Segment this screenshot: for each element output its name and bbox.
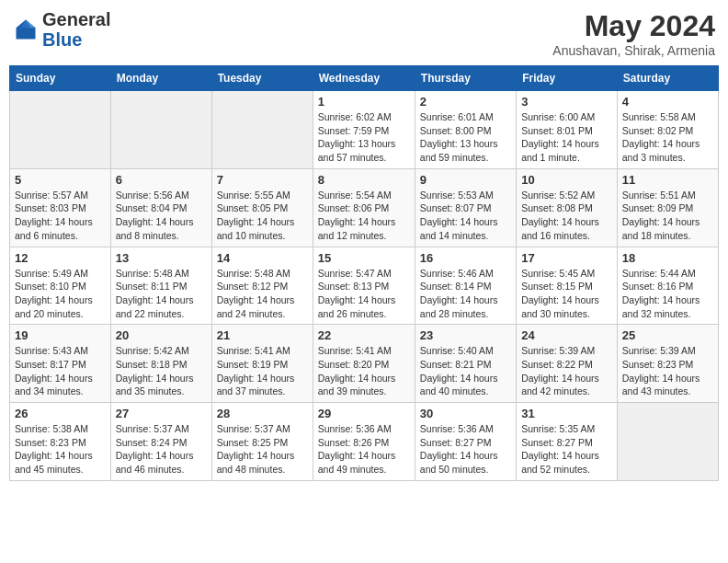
- cell-info: Sunrise: 5:48 AMSunset: 8:11 PMDaylight:…: [116, 267, 207, 321]
- cell-info: Sunrise: 5:51 AMSunset: 8:09 PMDaylight:…: [622, 189, 713, 243]
- calendar-cell: 8Sunrise: 5:54 AMSunset: 8:06 PMDaylight…: [313, 168, 415, 247]
- title-block: May 2024 Anushavan, Shirak, Armenia: [552, 9, 715, 58]
- day-number: 28: [217, 407, 308, 420]
- calendar-cell: [617, 403, 718, 481]
- calendar-cell: 31Sunrise: 5:35 AMSunset: 8:27 PMDayligh…: [517, 403, 618, 481]
- calendar-cell: 18Sunrise: 5:44 AMSunset: 8:16 PMDayligh…: [617, 247, 718, 325]
- calendar-cell: 23Sunrise: 5:40 AMSunset: 8:21 PMDayligh…: [415, 325, 516, 403]
- day-number: 10: [521, 173, 612, 187]
- calendar-cell: 11Sunrise: 5:51 AMSunset: 8:09 PMDayligh…: [617, 168, 718, 247]
- cell-info: Sunrise: 5:37 AMSunset: 8:25 PMDaylight:…: [217, 422, 308, 477]
- day-number: 3: [521, 95, 612, 109]
- day-number: 23: [420, 328, 511, 342]
- logo-blue-text: Blue: [42, 29, 82, 50]
- cell-info: Sunrise: 6:00 AMSunset: 8:01 PMDaylight:…: [521, 110, 612, 165]
- day-number: 15: [318, 251, 410, 265]
- day-number: 16: [420, 251, 511, 265]
- day-number: 26: [15, 407, 106, 420]
- cell-info: Sunrise: 5:35 AMSunset: 8:27 PMDaylight:…: [521, 422, 612, 477]
- cell-info: Sunrise: 5:37 AMSunset: 8:24 PMDaylight:…: [116, 422, 207, 477]
- calendar-cell: 10Sunrise: 5:52 AMSunset: 8:08 PMDayligh…: [517, 168, 618, 247]
- calendar-cell: 29Sunrise: 5:36 AMSunset: 8:26 PMDayligh…: [313, 403, 415, 481]
- weekday-header-tuesday: Tuesday: [211, 66, 313, 91]
- weekday-header-sunday: Sunday: [10, 66, 111, 91]
- day-number: 2: [420, 95, 511, 109]
- cell-info: Sunrise: 5:55 AMSunset: 8:05 PMDaylight:…: [217, 189, 308, 243]
- month-title: May 2024: [552, 9, 715, 43]
- calendar-week-3: 12Sunrise: 5:49 AMSunset: 8:10 PMDayligh…: [10, 247, 719, 325]
- calendar-table: SundayMondayTuesdayWednesdayThursdayFrid…: [9, 65, 719, 481]
- calendar-cell: 25Sunrise: 5:39 AMSunset: 8:23 PMDayligh…: [617, 325, 718, 403]
- day-number: 22: [318, 328, 410, 342]
- calendar-cell: 1Sunrise: 6:02 AMSunset: 7:59 PMDaylight…: [313, 91, 415, 169]
- weekday-header-wednesday: Wednesday: [313, 66, 415, 91]
- calendar-body: 1Sunrise: 6:02 AMSunset: 7:59 PMDaylight…: [10, 91, 719, 481]
- cell-info: Sunrise: 5:42 AMSunset: 8:18 PMDaylight:…: [116, 344, 207, 398]
- calendar-week-5: 26Sunrise: 5:38 AMSunset: 8:23 PMDayligh…: [10, 403, 719, 481]
- day-number: 24: [521, 328, 612, 342]
- calendar-cell: 9Sunrise: 5:53 AMSunset: 8:07 PMDaylight…: [415, 168, 516, 247]
- calendar-cell: 24Sunrise: 5:39 AMSunset: 8:22 PMDayligh…: [517, 325, 618, 403]
- calendar-cell: 7Sunrise: 5:55 AMSunset: 8:05 PMDaylight…: [211, 168, 313, 247]
- calendar-cell: 5Sunrise: 5:57 AMSunset: 8:03 PMDaylight…: [10, 168, 111, 247]
- cell-info: Sunrise: 5:53 AMSunset: 8:07 PMDaylight:…: [420, 189, 511, 243]
- cell-info: Sunrise: 5:54 AMSunset: 8:06 PMDaylight:…: [318, 189, 410, 243]
- calendar-cell: 2Sunrise: 6:01 AMSunset: 8:00 PMDaylight…: [415, 91, 516, 169]
- day-number: 17: [521, 251, 612, 265]
- cell-info: Sunrise: 5:41 AMSunset: 8:20 PMDaylight:…: [318, 344, 410, 398]
- day-number: 11: [622, 173, 713, 187]
- calendar-cell: 3Sunrise: 6:00 AMSunset: 8:01 PMDaylight…: [517, 91, 618, 169]
- location: Anushavan, Shirak, Armenia: [552, 43, 715, 58]
- day-number: 18: [622, 251, 713, 265]
- cell-info: Sunrise: 5:44 AMSunset: 8:16 PMDaylight:…: [622, 267, 713, 321]
- weekday-header-row: SundayMondayTuesdayWednesdayThursdayFrid…: [10, 66, 719, 91]
- calendar-week-4: 19Sunrise: 5:43 AMSunset: 8:17 PMDayligh…: [10, 325, 719, 403]
- cell-info: Sunrise: 5:49 AMSunset: 8:10 PMDaylight:…: [15, 267, 106, 321]
- day-number: 5: [15, 173, 106, 187]
- day-number: 7: [217, 173, 308, 187]
- calendar-cell: [110, 91, 211, 169]
- cell-info: Sunrise: 5:45 AMSunset: 8:15 PMDaylight:…: [521, 267, 612, 321]
- calendar-cell: [211, 91, 313, 169]
- cell-info: Sunrise: 6:02 AMSunset: 7:59 PMDaylight:…: [318, 110, 410, 165]
- cell-info: Sunrise: 5:46 AMSunset: 8:14 PMDaylight:…: [420, 267, 511, 321]
- day-number: 25: [622, 328, 713, 342]
- day-number: 6: [116, 173, 207, 187]
- calendar-cell: [10, 91, 111, 169]
- day-number: 9: [420, 173, 511, 187]
- day-number: 4: [622, 95, 713, 109]
- calendar-cell: 15Sunrise: 5:47 AMSunset: 8:13 PMDayligh…: [313, 247, 415, 325]
- cell-info: Sunrise: 5:38 AMSunset: 8:23 PMDaylight:…: [15, 422, 106, 477]
- cell-info: Sunrise: 6:01 AMSunset: 8:00 PMDaylight:…: [420, 110, 511, 165]
- cell-info: Sunrise: 5:39 AMSunset: 8:22 PMDaylight:…: [521, 344, 612, 398]
- calendar-cell: 13Sunrise: 5:48 AMSunset: 8:11 PMDayligh…: [110, 247, 211, 325]
- day-number: 13: [116, 251, 207, 265]
- calendar-cell: 4Sunrise: 5:58 AMSunset: 8:02 PMDaylight…: [617, 91, 718, 169]
- calendar-cell: 28Sunrise: 5:37 AMSunset: 8:25 PMDayligh…: [211, 403, 313, 481]
- day-number: 29: [318, 407, 410, 420]
- calendar-week-1: 1Sunrise: 6:02 AMSunset: 7:59 PMDaylight…: [10, 91, 719, 169]
- calendar-cell: 12Sunrise: 5:49 AMSunset: 8:10 PMDayligh…: [10, 247, 111, 325]
- day-number: 27: [116, 407, 207, 420]
- cell-info: Sunrise: 5:52 AMSunset: 8:08 PMDaylight:…: [521, 189, 612, 243]
- weekday-header-friday: Friday: [517, 66, 618, 91]
- cell-info: Sunrise: 5:36 AMSunset: 8:26 PMDaylight:…: [318, 422, 410, 477]
- cell-info: Sunrise: 5:47 AMSunset: 8:13 PMDaylight:…: [318, 267, 410, 321]
- cell-info: Sunrise: 5:48 AMSunset: 8:12 PMDaylight:…: [217, 267, 308, 321]
- calendar-cell: 6Sunrise: 5:56 AMSunset: 8:04 PMDaylight…: [110, 168, 211, 247]
- logo-icon: [13, 17, 39, 42]
- weekday-header-thursday: Thursday: [415, 66, 516, 91]
- day-number: 20: [116, 328, 207, 342]
- calendar-cell: 19Sunrise: 5:43 AMSunset: 8:17 PMDayligh…: [10, 325, 111, 403]
- cell-info: Sunrise: 5:36 AMSunset: 8:27 PMDaylight:…: [420, 422, 511, 477]
- day-number: 1: [318, 95, 410, 109]
- day-number: 21: [217, 328, 308, 342]
- day-number: 12: [15, 251, 106, 265]
- calendar-cell: 21Sunrise: 5:41 AMSunset: 8:19 PMDayligh…: [211, 325, 313, 403]
- day-number: 8: [318, 173, 410, 187]
- calendar-cell: 16Sunrise: 5:46 AMSunset: 8:14 PMDayligh…: [415, 247, 516, 325]
- weekday-header-saturday: Saturday: [617, 66, 718, 91]
- logo: General Blue: [13, 9, 110, 50]
- calendar-cell: 26Sunrise: 5:38 AMSunset: 8:23 PMDayligh…: [10, 403, 111, 481]
- calendar-cell: 22Sunrise: 5:41 AMSunset: 8:20 PMDayligh…: [313, 325, 415, 403]
